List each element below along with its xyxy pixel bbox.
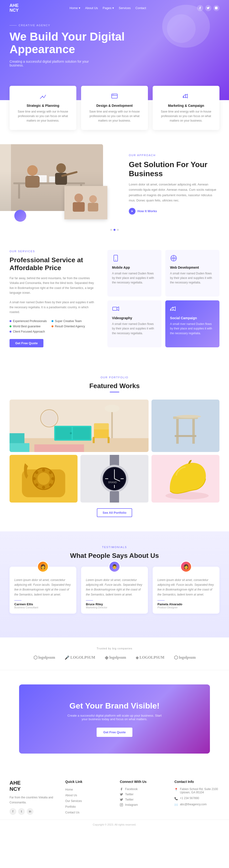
footer-link-contact[interactable]: Contact Us	[65, 810, 110, 814]
svg-rect-40	[93, 437, 95, 443]
facebook-icon[interactable]	[197, 5, 203, 11]
testimonial-2-quote: Lorem ipsum dolor sit amet, consectetur …	[86, 578, 143, 597]
svg-point-6	[112, 94, 113, 95]
svg-marker-25	[132, 210, 133, 212]
see-all-portfolio-button[interactable]: See All Portfolio	[97, 508, 132, 517]
location-icon: 📍	[174, 788, 178, 791]
social-campaign-desc: A small river named Duden flows by their…	[170, 322, 215, 336]
portfolio-section: Our Portfolio Featured Works	[0, 362, 229, 531]
footer-twitter-link-2[interactable]: Twitter	[120, 798, 165, 801]
nav-services[interactable]: Services	[119, 6, 131, 10]
web-dev-title: Web Development	[170, 266, 215, 269]
footer-link-services[interactable]: Our Services	[65, 799, 110, 803]
nav-home[interactable]: Home ▾	[70, 6, 80, 10]
svg-point-85	[122, 804, 123, 804]
footer-logo: AHENCY	[9, 780, 56, 792]
svg-rect-39	[94, 428, 109, 438]
cta-button[interactable]: Get Free Quote	[96, 727, 133, 737]
approach-overlay-photo	[64, 186, 107, 219]
footer-twitter-link-1[interactable]: Twitter	[120, 793, 165, 796]
nav-contact[interactable]: Contact	[136, 6, 146, 10]
bullet-result: World Best guarantee	[9, 325, 47, 328]
web-dev-icon	[170, 255, 215, 263]
footer: AHENCY Far from the countries Vokalia an…	[0, 768, 229, 819]
footer-link-portfolio[interactable]: Portfolio	[65, 805, 110, 808]
svg-rect-83	[120, 803, 123, 806]
portfolio-underline	[110, 392, 119, 393]
twitter-icon[interactable]	[205, 5, 211, 11]
footer-social-title: Connect With Us	[120, 780, 165, 784]
services-grid: Mobile App A small river named Duden flo…	[107, 250, 220, 347]
portfolio-title: Featured Works	[9, 382, 220, 390]
svg-rect-20	[64, 186, 107, 219]
cta-wrapper: Get Your Brand Visible! Create a success…	[0, 670, 229, 768]
footer-link-home[interactable]: Home	[65, 787, 110, 791]
approach-description: Lorem dolor sit amet, consectetuer adipi…	[129, 182, 220, 203]
service-card-strategic: Strategic & Planning Save time and energ…	[9, 86, 76, 130]
nav-logo: AHE NCY	[9, 3, 19, 13]
instagram-icon[interactable]	[213, 5, 220, 11]
footer-instagram-icon[interactable]: in	[27, 808, 33, 815]
get-free-quote-button-services[interactable]: Get Free Quote	[9, 339, 44, 347]
footer-link-about[interactable]: About Us	[65, 793, 110, 797]
hero-blob-2	[167, 14, 196, 43]
service-cards-container: Strategic & Planning Save time and energ…	[0, 86, 229, 130]
design-icon	[86, 93, 143, 101]
svg-point-38	[70, 432, 72, 434]
svg-rect-10	[18, 184, 20, 198]
services-bullets: Experienced Professionals World Best gua…	[9, 319, 98, 333]
mobile-app-title: Mobile App	[112, 266, 157, 269]
svg-point-44	[42, 411, 57, 426]
svg-point-21	[75, 193, 83, 202]
bullet-creative: Super Creative Team	[52, 319, 85, 323]
logo-3: ◈logolpsum	[105, 655, 126, 660]
svg-rect-24	[88, 203, 98, 212]
testimonials-label: Testimonials	[9, 546, 220, 549]
nav-social-icons	[197, 5, 220, 11]
svg-rect-45	[111, 408, 113, 438]
testimonial-3-role: Product Designer	[158, 606, 215, 609]
svg-point-64	[42, 486, 45, 489]
nav-about[interactable]: About Us	[85, 6, 98, 10]
cta-description: Create a successful digital platform wil…	[64, 714, 165, 721]
portfolio-label: Our Portfolio	[9, 376, 220, 379]
videography-title: Videography	[112, 316, 157, 320]
services-section: Our Services Professional Service at Aff…	[0, 236, 229, 362]
svg-point-14	[27, 165, 38, 176]
how-it-works-button[interactable]: How It Works	[129, 208, 220, 215]
testimonials-title: What People Says About Us	[9, 552, 220, 559]
svg-point-23	[89, 195, 97, 203]
nav-links: Home ▾ About Us Pages ▾ Services Contact	[70, 6, 146, 10]
svg-rect-48	[9, 443, 29, 452]
carousel-dots	[0, 224, 229, 236]
svg-point-61	[49, 471, 52, 474]
bullet-dot-1	[9, 320, 11, 322]
nav-pages[interactable]: Pages ▾	[103, 6, 114, 10]
testimonial-1-role: Business Consultant	[14, 606, 71, 609]
footer-instagram-link[interactable]: Instagram	[120, 803, 165, 806]
carousel-dot-1[interactable]	[110, 229, 112, 231]
footer-facebook-link[interactable]: Facebook	[120, 787, 165, 791]
approach-label: Our Approach	[129, 154, 220, 157]
footer-twitter-icon[interactable]: t	[18, 808, 25, 815]
svg-point-55	[176, 415, 201, 418]
portfolio-item-banana	[151, 455, 220, 502]
testimonial-divider-1	[14, 600, 22, 600]
logo-2: 🎤LOGOLPSUM	[65, 655, 95, 660]
svg-rect-36	[55, 427, 71, 439]
approach-images	[0, 144, 115, 224]
carousel-dot-3[interactable]	[117, 229, 119, 231]
bullet-dot-4	[52, 326, 53, 327]
svg-point-84	[121, 804, 122, 806]
approach-accent-dot	[14, 210, 26, 222]
footer-facebook-icon[interactable]: f	[9, 808, 16, 815]
portfolio-grid: BRAND	[9, 400, 220, 502]
svg-rect-52	[176, 419, 178, 444]
testimonial-divider-2	[86, 600, 93, 600]
logo-4: ◆ LOGOLPSUM	[136, 655, 164, 660]
hero-subtitle: Creating a successful digital platform s…	[9, 60, 95, 67]
testimonial-1-quote: Lorem ipsum dolor sit amet, consectetur …	[14, 578, 71, 597]
carousel-dot-2[interactable]	[114, 229, 115, 231]
svg-rect-50	[151, 400, 220, 452]
web-dev-desc: A small river named Duden flows by their…	[170, 271, 215, 285]
